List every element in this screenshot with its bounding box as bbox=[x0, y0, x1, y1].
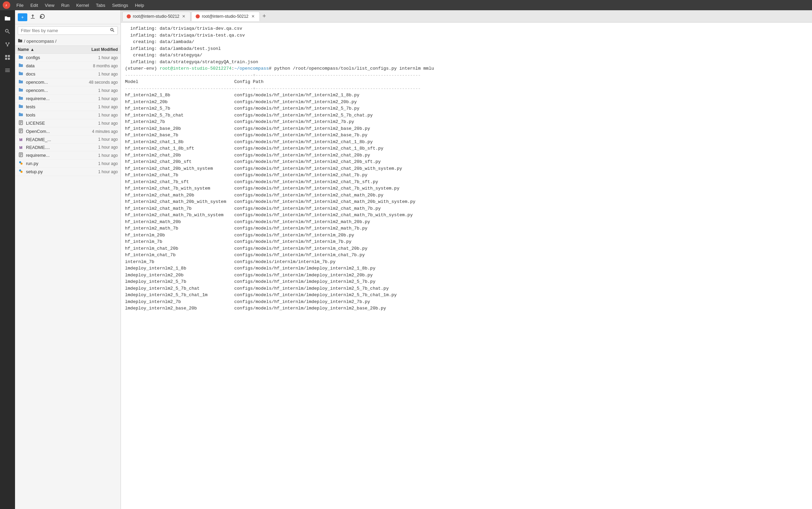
svg-point-5 bbox=[8, 42, 10, 44]
list-item[interactable]: setup.py 1 hour ago bbox=[15, 168, 121, 176]
upload-button[interactable] bbox=[29, 12, 37, 22]
model-name: lmdeploy_internlm2_5_7b_chat_1m bbox=[125, 292, 234, 299]
config-path: configs/models/internlm/internlm_7b.py bbox=[234, 259, 335, 264]
model-name: lmdeploy_internlm2_1_8b bbox=[125, 265, 234, 272]
tab-terminal-1[interactable]: root@intern-studio-50212 ✕ bbox=[191, 12, 260, 21]
list-item[interactable]: tests 1 hour ago bbox=[15, 103, 121, 111]
model-name: lmdeploy_internlm2_20b bbox=[125, 272, 234, 279]
menu-run[interactable]: Run bbox=[58, 2, 72, 9]
refresh-button[interactable] bbox=[38, 12, 46, 22]
file-name: tests bbox=[26, 104, 73, 109]
file-modified: 1 hour ago bbox=[73, 121, 118, 126]
model-name: hf_internlm2_chat_7b_sft bbox=[125, 179, 234, 185]
new-folder-button[interactable]: + + bbox=[18, 13, 27, 21]
table-separator-top: ----------------------------------------… bbox=[125, 72, 808, 79]
config-path: configs/models/hf_internlm/hf_internlm2_… bbox=[234, 126, 370, 131]
terminal-line: inflating: data/strategyqa/strategyQA_tr… bbox=[125, 59, 808, 66]
table-row: hf_internlm_20bconfigs/models/hf_internl… bbox=[125, 232, 808, 239]
table-row: hf_internlm2_chat_7b_with_systemconfigs/… bbox=[125, 185, 808, 192]
list-item[interactable]: M README.... 1 hour ago bbox=[15, 143, 121, 151]
svg-rect-15 bbox=[5, 71, 10, 72]
model-name: hf_internlm_chat_20b bbox=[125, 245, 234, 252]
config-path: configs/models/hf_internlm/hf_internlm2_… bbox=[234, 206, 381, 211]
svg-point-18 bbox=[111, 28, 113, 31]
list-item[interactable]: opencom... 48 seconds ago bbox=[15, 78, 121, 86]
file-modified: 1 hour ago bbox=[73, 96, 118, 101]
config-path: configs/models/hf_internlm/lmdeploy_inte… bbox=[234, 279, 375, 284]
file-type-icon bbox=[18, 112, 24, 118]
search-icon bbox=[110, 28, 115, 33]
list-item[interactable]: OpenCom... 4 minutes ago bbox=[15, 127, 121, 136]
tab-bar: root@intern-studio-50212 ✕ root@intern-s… bbox=[121, 10, 812, 23]
config-path: configs/models/hf_internlm/lmdeploy_inte… bbox=[234, 273, 373, 278]
file-name: docs bbox=[26, 71, 73, 77]
tab-terminal-0[interactable]: root@intern-studio-50212 ✕ bbox=[122, 12, 191, 21]
menu-file[interactable]: File bbox=[14, 2, 26, 9]
file-modified: 1 hour ago bbox=[73, 153, 118, 158]
file-modified: 1 hour ago bbox=[73, 105, 118, 109]
sidebar-icon-git[interactable] bbox=[2, 39, 13, 50]
menu-tabs[interactable]: Tabs bbox=[93, 2, 108, 9]
main-layout: + + bbox=[0, 10, 812, 509]
sidebar-icon-search[interactable] bbox=[2, 26, 13, 37]
file-modified: 8 months ago bbox=[73, 64, 118, 68]
terminal-content[interactable]: inflating: data/triviaqa/trivia-dev.qa.c… bbox=[121, 23, 812, 509]
file-type-icon: M bbox=[18, 137, 24, 142]
table-row: hf_internlm2_chat_math_20bconfigs/models… bbox=[125, 192, 808, 199]
new-tab-button[interactable]: + bbox=[261, 13, 268, 20]
menu-settings[interactable]: Settings bbox=[109, 2, 131, 9]
tab-close-1[interactable]: ✕ bbox=[251, 14, 255, 19]
terminal-line: inflating: data/lambada/test.jsonl bbox=[125, 45, 808, 52]
search-input[interactable] bbox=[21, 28, 110, 33]
tab-label-1: root@intern-studio-50212 bbox=[202, 14, 248, 19]
config-path: configs/models/hf_internlm/hf_internlm_7… bbox=[234, 239, 351, 244]
table-row: hf_internlm2_chat_math_20b_with_systemco… bbox=[125, 198, 808, 205]
col-model-header: Model bbox=[125, 79, 234, 85]
list-item[interactable]: run.py 1 hour ago bbox=[15, 160, 121, 168]
tab-icon-0 bbox=[127, 14, 131, 18]
model-name: internlm_7b bbox=[125, 259, 234, 265]
sidebar-icon-extensions[interactable] bbox=[2, 52, 13, 63]
sidebar-icon-folder[interactable] bbox=[2, 13, 13, 24]
file-type-icon bbox=[18, 87, 24, 93]
menu-help[interactable]: Help bbox=[132, 2, 147, 9]
model-name: lmdeploy_internlm2_base_20b bbox=[125, 305, 234, 312]
col-name-label: Name bbox=[18, 47, 29, 52]
table-row: hf_internlm2_chat_math_7b_with_systemcon… bbox=[125, 212, 808, 219]
list-item[interactable]: opencom... 1 hour ago bbox=[15, 86, 121, 95]
prompt-user: root@intern-studio-50212274 bbox=[159, 66, 232, 71]
file-modified: 1 hour ago bbox=[73, 161, 118, 166]
menu-view[interactable]: View bbox=[42, 2, 57, 9]
config-path: configs/models/hf_internlm/lmdeploy_inte… bbox=[234, 286, 389, 291]
model-name: hf_internlm2_chat_1_8b bbox=[125, 139, 234, 146]
list-item[interactable]: docs 1 hour ago bbox=[15, 70, 121, 78]
list-item[interactable]: configs 1 hour ago bbox=[15, 54, 121, 62]
col-config-header: Config Path bbox=[234, 79, 264, 84]
menu-edit[interactable]: Edit bbox=[28, 2, 41, 9]
model-name: lmdeploy_internlm2_5_7b bbox=[125, 278, 234, 285]
list-item[interactable]: data 8 months ago bbox=[15, 62, 121, 70]
list-item[interactable]: requireme... 1 hour ago bbox=[15, 95, 121, 103]
svg-point-35 bbox=[20, 171, 23, 173]
tab-close-0[interactable]: ✕ bbox=[181, 14, 186, 19]
app-logo: J bbox=[3, 1, 10, 9]
model-name: hf_internlm2_math_20b bbox=[125, 219, 234, 225]
model-name: hf_internlm_7b bbox=[125, 238, 234, 245]
svg-point-6 bbox=[7, 45, 8, 46]
model-name: hf_internlm2_7b bbox=[125, 119, 234, 125]
file-name: README_... bbox=[26, 137, 73, 142]
svg-rect-16 bbox=[31, 18, 35, 19]
menu-kernel[interactable]: Kernel bbox=[73, 2, 92, 9]
sidebar-icon-menu[interactable] bbox=[2, 65, 13, 76]
list-item[interactable]: M README_... 1 hour ago bbox=[15, 136, 121, 143]
col-name-header[interactable]: Name ▲ bbox=[18, 47, 73, 52]
config-path: configs/models/hf_internlm/hf_internlm2_… bbox=[234, 219, 370, 224]
terminal-line: inflating: data/triviaqa/trivia-test.qa.… bbox=[125, 32, 808, 39]
config-path: configs/models/hf_internlm/hf_internlm2_… bbox=[234, 173, 367, 178]
list-item[interactable]: tools 1 hour ago bbox=[15, 111, 121, 119]
table-row: hf_internlm2_chat_7b_sftconfigs/models/h… bbox=[125, 179, 808, 185]
list-item[interactable]: LICENSE 1 hour ago bbox=[15, 119, 121, 127]
file-type-icon bbox=[18, 169, 24, 175]
list-item[interactable]: requireme... 1 hour ago bbox=[15, 151, 121, 160]
file-name: configs bbox=[26, 55, 73, 60]
